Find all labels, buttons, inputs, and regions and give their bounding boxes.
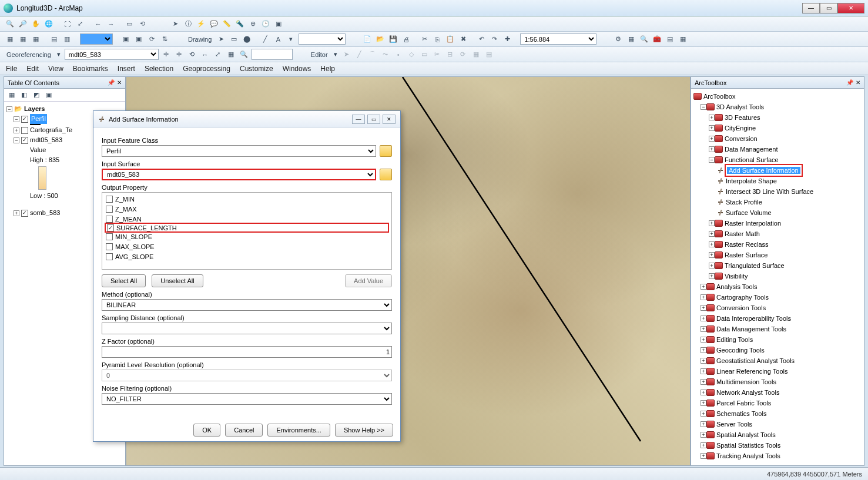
back-icon[interactable]: ←: [93, 19, 103, 29]
checkbox[interactable]: ✓: [21, 116, 28, 123]
expander-icon[interactable]: +: [701, 400, 706, 406]
toolset[interactable]: Raster Reclass: [725, 239, 769, 250]
checkbox[interactable]: [106, 216, 113, 223]
measure-icon[interactable]: 📏: [222, 19, 232, 29]
order-icon[interactable]: ▣: [133, 34, 144, 45]
undo-icon[interactable]: ↶: [476, 34, 487, 45]
expander-icon[interactable]: +: [709, 115, 715, 120]
toolset[interactable]: Spatial Analyst Tools: [716, 429, 776, 440]
cut-icon[interactable]: ✂: [419, 34, 430, 45]
environments-button[interactable]: Environments...: [267, 424, 330, 437]
pyramid-level-select[interactable]: 0: [102, 370, 392, 381]
menu-bookmarks[interactable]: Bookmarks: [73, 65, 108, 73]
toolset[interactable]: Tracking Analyst Tools: [716, 451, 780, 461]
tool[interactable]: Intersect 3D Line With Surface: [726, 186, 813, 197]
menu-geoprocessing[interactable]: Geoprocessing: [183, 65, 230, 73]
geoprocess-icon[interactable]: ⚙: [613, 34, 624, 45]
expander-icon[interactable]: +: [701, 326, 706, 332]
toolset[interactable]: Geostatistical Analyst Tools: [716, 355, 795, 366]
hyperlink-icon[interactable]: ⚡: [196, 19, 206, 29]
dialog-maximize-button[interactable]: ▭: [367, 115, 380, 124]
grid2-tool-icon[interactable]: ▦: [31, 34, 41, 45]
expander-icon[interactable]: +: [701, 284, 706, 290]
method-select[interactable]: BILINEAR: [102, 299, 392, 311]
noise-filtering-select[interactable]: NO_FILTER: [102, 393, 392, 405]
xy-icon[interactable]: ⊕: [247, 19, 258, 29]
catalog-icon[interactable]: ▦: [626, 34, 636, 45]
close-panel-icon[interactable]: ✕: [856, 79, 860, 86]
checkbox[interactable]: [106, 206, 113, 213]
layer-somb[interactable]: somb_583: [30, 208, 60, 218]
show-help-button[interactable]: Show Help >>: [335, 424, 393, 437]
prop-surface-length[interactable]: SURFACE_LENGTH: [116, 224, 177, 231]
toolset[interactable]: Triangulated Surface: [725, 260, 785, 271]
toolset[interactable]: CityEngine: [725, 123, 756, 133]
toolset-3d-analyst[interactable]: 3D Analyst Tools: [716, 102, 764, 112]
expander-icon[interactable]: +: [709, 231, 715, 237]
menu-windows[interactable]: Windows: [283, 65, 311, 73]
python-icon[interactable]: ▤: [665, 34, 675, 45]
viewer-icon[interactable]: ▣: [273, 19, 284, 29]
expander-icon[interactable]: −: [701, 104, 706, 110]
expander-icon[interactable]: +: [701, 379, 706, 385]
expander-icon[interactable]: +: [701, 368, 706, 374]
toolset[interactable]: Raster Math: [725, 229, 760, 239]
distribute-icon[interactable]: ▥: [62, 34, 72, 45]
minimize-button[interactable]: —: [802, 3, 820, 14]
callout-icon[interactable]: ▾: [286, 34, 296, 45]
pin-icon[interactable]: 📌: [108, 79, 115, 86]
rectangle-icon[interactable]: ▭: [229, 34, 239, 45]
paste-icon[interactable]: 📋: [445, 34, 455, 45]
expander-icon[interactable]: +: [701, 411, 706, 417]
pointer-icon[interactable]: ➤: [170, 19, 180, 29]
input-feature-class-select[interactable]: Perfil: [102, 145, 376, 157]
add-value-button[interactable]: Add Value: [345, 274, 392, 287]
select-all-button[interactable]: Select All: [102, 274, 146, 287]
expander-icon[interactable]: +: [709, 220, 715, 226]
close-button[interactable]: ✕: [837, 3, 864, 14]
expander-icon[interactable]: +: [709, 273, 715, 279]
expander-icon[interactable]: +: [709, 241, 715, 247]
refresh-icon[interactable]: ⟲: [137, 19, 148, 29]
delete-icon[interactable]: ✖: [458, 34, 468, 45]
toolset[interactable]: Multidimension Tools: [716, 377, 776, 387]
toolset[interactable]: Analysis Tools: [716, 281, 758, 292]
arctoolbox-root[interactable]: ArcToolbox: [703, 91, 735, 102]
font-select[interactable]: [299, 33, 346, 45]
layer-perfil[interactable]: Perfil: [30, 114, 47, 124]
georef-tool2-icon[interactable]: ✛: [174, 49, 185, 60]
georef-rotate-icon[interactable]: ⟲: [187, 49, 197, 60]
georef-scale-icon[interactable]: ⤢: [213, 49, 223, 60]
dialog-minimize-button[interactable]: —: [352, 115, 365, 124]
marker-icon[interactable]: ⬤: [242, 34, 252, 45]
toolset[interactable]: Data Management: [725, 144, 778, 155]
expander-icon[interactable]: +: [701, 432, 706, 438]
zoom-in-icon[interactable]: 🔍: [5, 19, 15, 29]
tool[interactable]: Stack Profile: [726, 197, 762, 207]
redo-icon[interactable]: ↷: [489, 34, 500, 45]
find-icon[interactable]: 🔦: [234, 19, 245, 29]
expander-icon[interactable]: +: [701, 315, 706, 321]
maximize-button[interactable]: ▭: [820, 3, 837, 14]
toolset[interactable]: Data Interoperability Tools: [716, 313, 791, 324]
list-by-visibility-icon[interactable]: ◩: [31, 90, 42, 100]
identify-icon[interactable]: ⓘ: [183, 19, 193, 29]
toolset[interactable]: Schematics Tools: [716, 408, 766, 419]
expander-icon[interactable]: −: [709, 157, 715, 163]
menu-selection[interactable]: Selection: [145, 65, 173, 73]
expander-icon[interactable]: +: [701, 421, 706, 427]
model-icon[interactable]: ▦: [678, 34, 688, 45]
prop-avg-slope[interactable]: AVG_SLOPE: [115, 253, 153, 260]
expander-icon[interactable]: +: [701, 453, 706, 459]
rotate-icon[interactable]: ⟳: [146, 34, 157, 45]
editor-label[interactable]: Editor: [309, 51, 330, 58]
expander-icon[interactable]: +: [701, 294, 706, 300]
menu-view[interactable]: View: [48, 65, 63, 73]
expander-icon[interactable]: +: [701, 390, 706, 395]
tool-add-surface-information[interactable]: Add Surface Information: [727, 167, 800, 174]
checkbox[interactable]: ✓: [21, 137, 28, 144]
color-select[interactable]: [80, 33, 113, 45]
checkbox[interactable]: [21, 127, 28, 134]
expander-icon[interactable]: +: [709, 136, 715, 142]
editor-tool-icon[interactable]: ▦: [5, 34, 15, 45]
